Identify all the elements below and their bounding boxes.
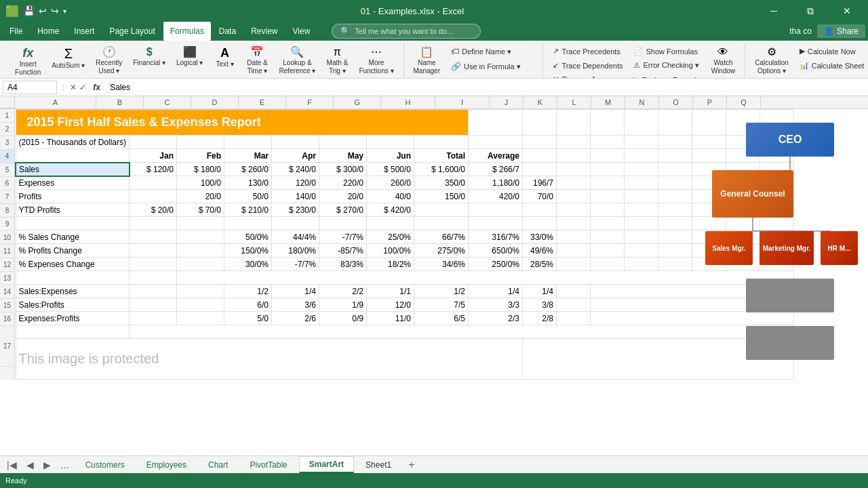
cell-k8[interactable] xyxy=(557,217,591,230)
sheet-tab-sheet1[interactable]: Sheet1 xyxy=(355,457,401,473)
cell-b8[interactable] xyxy=(130,217,177,230)
cell-l2[interactable] xyxy=(591,136,625,149)
sheet-tab-prev-button[interactable]: ◀ xyxy=(22,458,38,472)
cell-n5[interactable] xyxy=(658,176,692,190)
cell-f7[interactable]: $ 270/0 xyxy=(319,203,367,217)
more-functions-button[interactable]: ⋯ MoreFunctions ▾ xyxy=(355,45,397,77)
cell-q4[interactable] xyxy=(760,163,794,176)
cell-d8[interactable] xyxy=(224,217,272,230)
cell-p6[interactable] xyxy=(726,190,760,203)
autosum-button[interactable]: Σ AutoSum ▾ xyxy=(47,45,89,72)
cell-e9[interactable]: 44/4% xyxy=(272,230,319,244)
cell-n1[interactable] xyxy=(658,110,692,136)
cell-a10[interactable]: % Profits Change xyxy=(16,244,130,258)
sheet-tab-customers[interactable]: Customers xyxy=(75,457,135,473)
cell-g11[interactable]: 18/2% xyxy=(367,258,414,271)
formula-input[interactable] xyxy=(107,81,865,94)
cell-l1[interactable] xyxy=(591,110,625,136)
cell-i9[interactable]: 316/7% xyxy=(469,230,523,244)
evaluate-formula-button[interactable]: ▶ Evaluate Formula xyxy=(629,73,704,79)
cell-o1[interactable] xyxy=(692,110,726,136)
sheet-tab-more-button[interactable]: … xyxy=(56,458,74,472)
cell-a8[interactable] xyxy=(16,217,130,230)
cell-q1[interactable] xyxy=(760,110,794,136)
cell-k9[interactable] xyxy=(557,230,591,244)
cell-a12[interactable] xyxy=(16,271,130,285)
cell-c11[interactable] xyxy=(177,258,224,271)
cell-c2[interactable] xyxy=(177,136,224,149)
cell-a7[interactable]: YTD Profits xyxy=(16,203,130,217)
cell-e13[interactable]: 1/4 xyxy=(272,285,319,298)
cell-c15[interactable] xyxy=(177,312,224,325)
cell-g5[interactable]: 260/0 xyxy=(367,176,414,190)
show-formulas-button[interactable]: 📄 Show Formulas xyxy=(629,45,704,58)
cell-i1[interactable] xyxy=(469,110,523,136)
cell-o4[interactable] xyxy=(692,163,726,176)
menu-home[interactable]: Home xyxy=(31,22,66,41)
cell-e11[interactable]: -7/7% xyxy=(272,258,319,271)
cell-o2[interactable] xyxy=(692,136,726,149)
cell-l4[interactable] xyxy=(591,163,625,176)
cell-o10[interactable] xyxy=(692,244,726,258)
cell-j10[interactable]: 49/6% xyxy=(523,244,557,258)
cell-k5[interactable] xyxy=(557,176,591,190)
cell-l5[interactable] xyxy=(591,176,625,190)
smartart-hr-box[interactable]: HR M... xyxy=(821,231,858,265)
cell-g14[interactable]: 12/0 xyxy=(367,298,414,312)
cell-d11[interactable]: 30/0% xyxy=(224,258,272,271)
cell-g15[interactable]: 11/0 xyxy=(367,312,414,325)
cell-a4[interactable]: Sales xyxy=(16,163,130,176)
redo-icon[interactable]: ↪ xyxy=(51,5,59,16)
cell-h11[interactable]: 34/6% xyxy=(414,258,469,271)
cell-i4[interactable]: $ 266/7 xyxy=(469,163,523,176)
cell-q3[interactable] xyxy=(760,149,794,163)
cell-i8[interactable] xyxy=(469,217,523,230)
error-checking-button[interactable]: ⚠ Error Checking ▾ xyxy=(629,59,704,72)
cell-g3[interactable]: Jun xyxy=(367,149,414,163)
cell-i3[interactable]: Average xyxy=(469,149,523,163)
cell-a15[interactable]: Expenses:Profits xyxy=(16,312,130,325)
menu-page-layout[interactable]: Page Layout xyxy=(102,22,161,41)
calculate-sheet-button[interactable]: 📊 Calculate Sheet xyxy=(795,59,868,72)
insert-function-button[interactable]: fx InsertFunction xyxy=(11,45,45,79)
cell-h7[interactable] xyxy=(414,203,469,217)
cell-e3[interactable]: Apr xyxy=(272,149,319,163)
cell-f3[interactable]: May xyxy=(319,149,367,163)
cell-f15[interactable]: 0/9 xyxy=(319,312,367,325)
cell-i14[interactable]: 3/3 xyxy=(469,298,523,312)
cell-q7[interactable] xyxy=(760,203,794,217)
sheet-tab-pivottable[interactable]: PivotTable xyxy=(239,457,297,473)
menu-file[interactable]: File xyxy=(3,22,29,41)
add-sheet-button[interactable]: + xyxy=(403,458,420,472)
cell-p10[interactable] xyxy=(726,244,760,258)
cell-d7[interactable]: $ 210/0 xyxy=(224,203,272,217)
cell-h8[interactable] xyxy=(414,217,469,230)
cell-a14[interactable]: Sales:Profits xyxy=(16,298,130,312)
cell-j4[interactable] xyxy=(523,163,557,176)
select-all-button[interactable] xyxy=(0,96,15,108)
cell-f8[interactable] xyxy=(319,217,367,230)
cell-e5[interactable]: 120/0 xyxy=(272,176,319,190)
cell-f5[interactable]: 220/0 xyxy=(319,176,367,190)
cell-g13[interactable]: 1/1 xyxy=(367,285,414,298)
cell-m1[interactable] xyxy=(625,110,658,136)
cell-h4[interactable]: $ 1,600/0 xyxy=(414,163,469,176)
cell-m6[interactable] xyxy=(625,190,658,203)
cell-o3[interactable] xyxy=(692,149,726,163)
cell-e2[interactable] xyxy=(272,136,319,149)
cell-rest12[interactable] xyxy=(177,271,794,285)
cell-o5[interactable] xyxy=(692,176,726,190)
cell-b7[interactable]: $ 20/0 xyxy=(130,203,177,217)
cell-h5[interactable]: 350/0 xyxy=(414,176,469,190)
date-time-button[interactable]: 📅 Date &Time ▾ xyxy=(242,45,272,77)
cell-l6[interactable] xyxy=(591,190,625,203)
cell-a2[interactable]: (2015 - Thousands of Dollars) xyxy=(16,136,130,149)
cell-g7[interactable]: $ 420/0 xyxy=(367,203,414,217)
cell-k10[interactable] xyxy=(557,244,591,258)
minimize-button[interactable]: ─ xyxy=(758,0,789,22)
cell-m2[interactable] xyxy=(625,136,658,149)
menu-review[interactable]: Review xyxy=(244,22,284,41)
cell-m7[interactable] xyxy=(625,203,658,217)
define-name-button[interactable]: 🏷 Define Name ▾ xyxy=(447,45,537,58)
cell-j5[interactable]: 196/7 xyxy=(523,176,557,190)
